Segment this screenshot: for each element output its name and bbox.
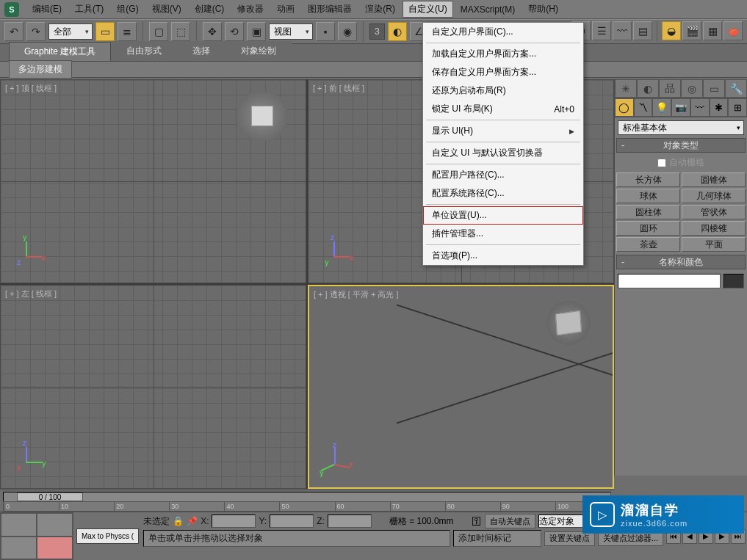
- mi-user-paths[interactable]: 配置用户路径(C)...: [423, 166, 583, 184]
- menu-view[interactable]: 视图(V): [146, 1, 187, 18]
- menu-customize[interactable]: 自定义(U): [403, 1, 453, 18]
- viewport-left-label[interactable]: [ + ] 左 [ 线框 ]: [5, 288, 57, 299]
- tab-selection[interactable]: 选择: [177, 41, 225, 61]
- tab-hierarchy-icon[interactable]: 品: [659, 79, 681, 98]
- btn-box[interactable]: 长方体: [616, 172, 680, 187]
- rect-region-icon[interactable]: ▢: [149, 22, 168, 41]
- key-icon[interactable]: ⚿: [472, 515, 482, 527]
- time-slider-track[interactable]: 0 / 100: [3, 492, 611, 502]
- tab-utilities-icon[interactable]: 🔧: [725, 79, 747, 98]
- object-category-select[interactable]: 标准基本体: [618, 120, 744, 135]
- sb1[interactable]: [1, 513, 37, 537]
- mi-show-ui[interactable]: 显示 UI(H)▶: [423, 122, 583, 140]
- lock-icon[interactable]: 🔒: [173, 516, 184, 526]
- menu-edit[interactable]: 编辑(E): [26, 1, 68, 18]
- btn-cone[interactable]: 圆锥体: [682, 172, 746, 187]
- menu-maxscript[interactable]: MAXScript(M): [455, 2, 522, 17]
- tab-motion-icon[interactable]: ◎: [681, 79, 703, 98]
- undo-icon[interactable]: ↶: [4, 22, 24, 41]
- autogrid-checkbox[interactable]: [657, 159, 666, 167]
- mi-load-ui-scheme[interactable]: 加载自定义用户界面方案...: [423, 45, 583, 63]
- subtab-polymodeling[interactable]: 多边形建模: [9, 60, 72, 79]
- time-slider-thumb[interactable]: 0 / 100: [17, 492, 83, 501]
- pin-icon[interactable]: 📌: [187, 516, 198, 526]
- schematic-icon[interactable]: ▤: [633, 21, 652, 40]
- btn-pyramid[interactable]: 四棱锥: [682, 221, 746, 236]
- mi-units-setup[interactable]: 单位设置(U)...: [423, 206, 583, 225]
- viewcube-top[interactable]: [237, 90, 288, 142]
- window-crossing-icon[interactable]: ⬚: [171, 22, 190, 41]
- mi-restore-layout[interactable]: 还原为启动布局(R): [423, 81, 583, 100]
- mi-preferences[interactable]: 首选项(P)...: [423, 247, 583, 265]
- render-frame-icon[interactable]: ▦: [703, 21, 722, 40]
- timemark-field[interactable]: 添加时间标记: [453, 530, 541, 547]
- cat-spacewarps-icon[interactable]: ✱: [710, 98, 729, 117]
- snap-toggle-icon[interactable]: ◐: [388, 22, 407, 41]
- viewport-front-label[interactable]: [ + ] 前 [ 线框 ]: [313, 83, 364, 94]
- mi-lock-layout[interactable]: 锁定 UI 布局(K)Alt+0: [423, 100, 583, 118]
- cat-helpers-icon[interactable]: 〰: [690, 98, 710, 117]
- menu-animation[interactable]: 动画: [271, 1, 300, 18]
- viewport-persp-label[interactable]: [ + ] 透视 [ 平滑 + 高光 ]: [314, 289, 399, 300]
- rotate-icon[interactable]: ⟲: [225, 22, 244, 41]
- tab-display-icon[interactable]: ▭: [703, 79, 725, 98]
- btn-plane[interactable]: 平面: [682, 237, 746, 252]
- viewport-left[interactable]: [ + ] 左 [ 线框 ] z y x: [0, 285, 306, 489]
- manip-icon[interactable]: ◉: [338, 22, 357, 41]
- ref-coord-system[interactable]: 视图: [269, 23, 313, 40]
- tab-freeform[interactable]: 自由形式: [111, 41, 177, 61]
- menu-group[interactable]: 组(G): [111, 1, 144, 18]
- redo-icon[interactable]: ↷: [26, 22, 46, 41]
- sb2[interactable]: [37, 513, 73, 537]
- btn-teapot[interactable]: 茶壶: [616, 237, 680, 252]
- cat-lights-icon[interactable]: 💡: [652, 98, 671, 117]
- mi-custom-ui[interactable]: 自定义用户界面(C)...: [423, 23, 583, 41]
- btn-sphere[interactable]: 球体: [616, 189, 680, 203]
- app-icon[interactable]: S: [4, 2, 19, 17]
- menu-help[interactable]: 帮助(H): [522, 1, 564, 18]
- selection-filter[interactable]: 全部: [48, 23, 93, 40]
- z-field[interactable]: [328, 514, 372, 528]
- move-icon[interactable]: ✥: [203, 22, 222, 41]
- btn-geosphere[interactable]: 几何球体: [682, 189, 746, 203]
- curve-editor-icon[interactable]: 〰: [613, 21, 632, 40]
- snap-index[interactable]: 3: [369, 23, 385, 40]
- object-color-swatch[interactable]: [723, 274, 744, 288]
- mi-plugin-mgr[interactable]: 插件管理器...: [423, 225, 583, 243]
- autokey-button[interactable]: 自动关键点: [485, 514, 535, 528]
- time-ruler[interactable]: 010 2030 4050 6070 8090 100: [3, 501, 611, 512]
- tab-modify-icon[interactable]: ◐: [637, 79, 659, 98]
- menu-tools[interactable]: 工具(T): [69, 1, 109, 18]
- tab-graphite[interactable]: Graphite 建模工具: [9, 42, 111, 61]
- tab-create-icon[interactable]: ✳: [615, 79, 637, 98]
- object-name-input[interactable]: [618, 274, 721, 288]
- script-listener[interactable]: Max to Physcs (: [76, 528, 139, 544]
- menu-create[interactable]: 创建(C): [189, 1, 231, 18]
- mi-sys-paths[interactable]: 配置系统路径(C)...: [423, 184, 583, 203]
- sb4[interactable]: [37, 537, 73, 560]
- render-icon[interactable]: 🫖: [723, 21, 743, 40]
- viewport-perspective[interactable]: [ + ] 透视 [ 平滑 + 高光 ] z x y: [308, 285, 614, 489]
- viewport-top[interactable]: [ + ] 顶 [ 线框 ] y x z: [0, 79, 306, 283]
- select-object-icon[interactable]: ▭: [95, 22, 115, 41]
- mi-ui-switcher[interactable]: 自定义 UI 与默认设置切换器: [423, 144, 583, 162]
- viewport-top-label[interactable]: [ + ] 顶 [ 线框 ]: [5, 83, 57, 94]
- btn-cylinder[interactable]: 圆柱体: [616, 205, 680, 219]
- cat-cameras-icon[interactable]: 📷: [671, 98, 690, 117]
- render-setup-icon[interactable]: 🎬: [682, 21, 701, 40]
- cat-systems-icon[interactable]: ⊞: [728, 98, 747, 117]
- scale-icon[interactable]: ▣: [247, 22, 266, 41]
- rollout-object-type[interactable]: 对象类型: [616, 138, 746, 153]
- cat-shapes-icon[interactable]: 〽: [634, 98, 653, 117]
- btn-torus[interactable]: 圆环: [616, 221, 680, 236]
- tab-objpaint[interactable]: 对象绘制: [225, 41, 292, 61]
- pivot-icon[interactable]: ▪: [316, 22, 335, 41]
- menu-render[interactable]: 渲染(R): [359, 1, 401, 18]
- rollout-name-color[interactable]: 名称和颜色: [616, 255, 746, 269]
- x-field[interactable]: [212, 514, 256, 528]
- select-by-name-icon[interactable]: ≣: [118, 22, 137, 41]
- cat-geometry-icon[interactable]: ◯: [615, 98, 634, 117]
- menu-modifiers[interactable]: 修改器: [231, 1, 270, 18]
- menu-grapheditor[interactable]: 图形编辑器: [302, 1, 358, 18]
- material-editor-icon[interactable]: ◒: [662, 21, 681, 40]
